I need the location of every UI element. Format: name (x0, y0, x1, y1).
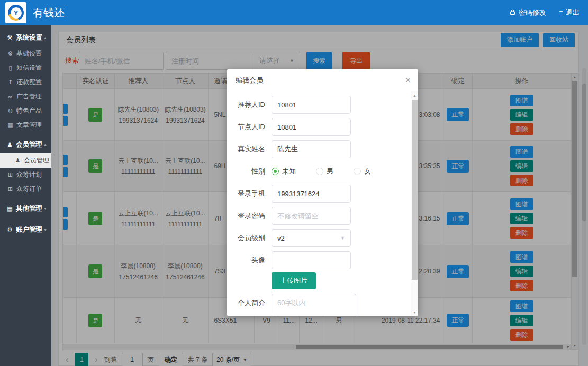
lock-icon (509, 8, 516, 17)
sidebar-item-account-management[interactable]: ⚙ 账户管理 ▼ (0, 221, 51, 239)
referrer-id-label: 推荐人ID (227, 100, 265, 109)
caret-up-icon: ▲ (43, 143, 47, 147)
sidebar-item-crowdfund-plan[interactable]: ⊞ 众筹计划 (0, 168, 51, 182)
bio-label: 个人简介 (227, 294, 265, 308)
caret-down-icon: ▼ (43, 207, 47, 211)
user-icon: ♟ (6, 141, 13, 148)
close-icon[interactable]: × (405, 69, 411, 92)
grid-icon: ⊞ (7, 186, 14, 193)
logo-letter: Y (11, 7, 22, 19)
login-phone-label: 登录手机 (227, 189, 265, 198)
caret-up-icon: ▲ (43, 36, 47, 40)
modal-scrollbar[interactable]: ▲ ▼ (411, 92, 418, 316)
logout-label: 退出 (566, 8, 580, 17)
member-level-select[interactable]: v2 ▼ (272, 229, 351, 247)
gender-radio-female[interactable]: 女 (354, 167, 371, 176)
scroll-up-icon[interactable]: ▲ (411, 92, 418, 99)
password-change-button[interactable]: 密码修改 (509, 8, 546, 17)
list-icon: ≡ (559, 8, 563, 17)
gear-icon: ⚙ (6, 226, 13, 233)
app-title: 有钱还 (33, 0, 65, 25)
login-phone-input[interactable] (272, 185, 351, 203)
member-level-label: 会员级别 (227, 233, 265, 243)
logout-button[interactable]: ≡ 退出 (559, 8, 580, 17)
caret-down-icon: ▼ (43, 228, 47, 232)
gender-radio-group: 未知 男 女 (272, 167, 371, 176)
document-icon: ▤ (6, 205, 13, 212)
person-icon: ♟ (14, 157, 21, 164)
real-name-label: 真实姓名 (227, 144, 265, 154)
login-password-label: 登录密码 (227, 211, 265, 221)
modal-body: 推荐人ID 节点人ID 真实姓名 性别 未知 (227, 92, 411, 316)
phone-icon: ▯ (7, 65, 14, 71)
sidebar-item-basic-settings[interactable]: ⚙ 基础设置 (0, 47, 51, 61)
app-logo: Y (5, 2, 26, 23)
login-password-input[interactable] (272, 207, 351, 225)
real-name-input[interactable] (272, 140, 351, 158)
sidebar-item-member-management[interactable]: ♟ 会员管理 (0, 153, 51, 168)
top-header: Y 有钱还 密码修改 ≡ 退出 (0, 0, 588, 25)
modal-header: 编辑会员 × (227, 69, 418, 92)
radio-icon (354, 168, 361, 175)
scrollbar-thumb[interactable] (412, 100, 418, 280)
bell-icon: Ω (7, 108, 14, 114)
password-change-label: 密码修改 (519, 8, 546, 17)
grid-icon: ▦ (7, 122, 14, 129)
sidebar-item-system-settings[interactable]: ⚒ 系统设置 ▲ (0, 29, 51, 47)
avatar-input[interactable] (272, 251, 351, 269)
sidebar-item-ad-management[interactable]: ∞ 广告管理 (0, 89, 51, 104)
bio-textarea[interactable] (272, 294, 356, 316)
sidebar-item-member-management-group[interactable]: ♟ 会员管理 ▲ (0, 135, 51, 153)
link-icon: ∞ (7, 94, 14, 100)
app-window: Y 有钱还 密码修改 ≡ 退出 ⚒ 系统设置 ▲ ⚙ 基础设置 (0, 0, 588, 366)
tools-icon: ⚒ (6, 34, 13, 41)
arrow-up-icon: ↥ (7, 79, 14, 86)
sidebar-item-article-management[interactable]: ▦ 文章管理 (0, 118, 51, 132)
grid-icon: ⊞ (7, 171, 14, 178)
logo-ring-icon: Y (8, 5, 24, 21)
chevron-down-icon: ▼ (340, 235, 345, 241)
upload-image-button[interactable]: 上传图片 (272, 272, 316, 289)
sidebar-item-crowdfund-orders[interactable]: ⊞ 众筹订单 (0, 182, 51, 196)
gear-icon: ⚙ (7, 50, 14, 57)
node-id-input[interactable] (272, 118, 351, 136)
edit-member-modal: 编辑会员 × 推荐人ID 节点人ID 真实姓名 性别 未知 (227, 69, 418, 316)
sidebar-item-other-management[interactable]: ▤ 其他管理 ▼ (0, 199, 51, 217)
referrer-id-input[interactable] (272, 96, 351, 114)
sidebar-item-sms-settings[interactable]: ▯ 短信设置 (0, 61, 51, 75)
gender-label: 性别 (227, 167, 265, 176)
sidebar-item-featured-products[interactable]: Ω 特色产品 (0, 104, 51, 118)
sidebar-nav: ⚒ 系统设置 ▲ ⚙ 基础设置 ▯ 短信设置 ↥ 还款配置 ∞ 广告管理 Ω 特… (0, 25, 51, 366)
gender-radio-unknown[interactable]: 未知 (272, 167, 296, 176)
radio-icon (316, 168, 323, 175)
scroll-down-icon[interactable]: ▼ (411, 308, 418, 316)
radio-selected-icon (272, 168, 279, 175)
sidebar-item-repayment-config[interactable]: ↥ 还款配置 (0, 75, 51, 89)
gender-radio-male[interactable]: 男 (316, 167, 333, 176)
avatar-label: 头像 (227, 255, 265, 265)
modal-title: 编辑会员 (236, 76, 263, 85)
node-id-label: 节点人ID (227, 122, 265, 132)
